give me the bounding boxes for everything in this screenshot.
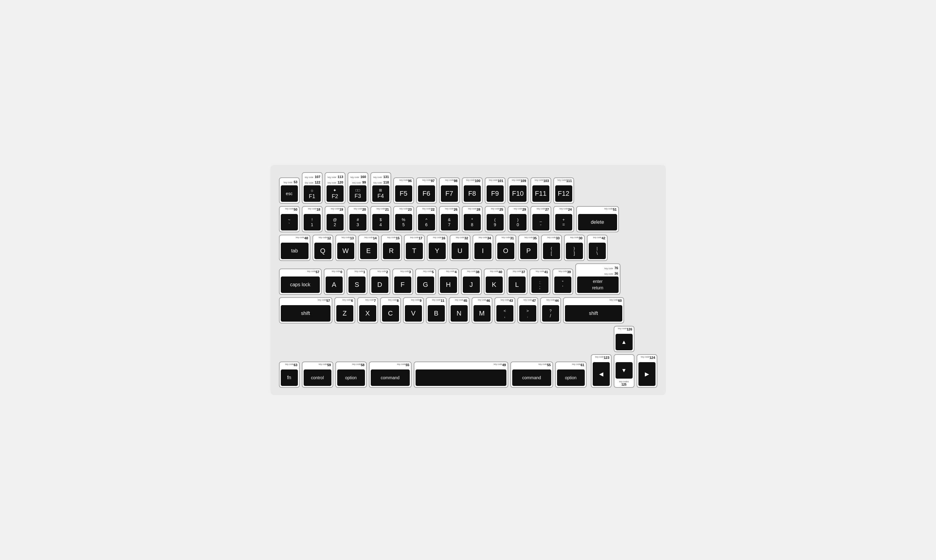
key-v[interactable]: key code 9 V: [403, 297, 424, 323]
key-e[interactable]: key code 14 E: [358, 235, 379, 261]
key-b[interactable]: key code 11 B: [426, 297, 446, 323]
key-z[interactable]: key code 6 Z: [334, 297, 355, 323]
key-period[interactable]: key code 47 >.: [517, 297, 538, 323]
key-f3[interactable]: key code 160 key code 99 □□ F3: [348, 172, 368, 204]
key-capslock[interactable]: key code 57 caps lock: [279, 269, 322, 295]
key-face-g: G: [417, 277, 434, 293]
key-enter[interactable]: key code 76 key code 36 enterreturn: [575, 263, 620, 295]
key-0[interactable]: key code 29 )0: [508, 206, 528, 232]
key-face-fn: fn: [281, 369, 298, 386]
key-f10[interactable]: key code 109 F10: [508, 177, 528, 204]
key-f8[interactable]: key code 100 F8: [462, 177, 483, 204]
key-f1[interactable]: key code 107 key code 122 ☼ F1: [302, 172, 323, 204]
key-face-shift-left: shift: [281, 305, 331, 322]
key-2[interactable]: key code 19 @2: [325, 206, 345, 232]
key-shift-left[interactable]: key code 57 shift: [279, 297, 333, 323]
key-m[interactable]: key code 46 M: [472, 297, 493, 323]
key-8[interactable]: key code 28 *8: [462, 206, 483, 232]
key-4[interactable]: key code 21 $4: [370, 206, 391, 232]
key-face-f7: F7: [441, 185, 458, 202]
key-7[interactable]: key code 26 &7: [439, 206, 460, 232]
key-f9[interactable]: key code 101 F9: [485, 177, 505, 204]
key-face-q: Q: [314, 243, 331, 259]
key-f[interactable]: key code 3 F: [393, 269, 413, 295]
key-c[interactable]: key code 8 C: [380, 297, 401, 323]
key-6[interactable]: key code 22 ^6: [416, 206, 437, 232]
key-backslash[interactable]: key code 42 |\: [587, 235, 608, 261]
key-d[interactable]: key code 2 D: [369, 269, 390, 295]
key-y[interactable]: key code 16 Y: [427, 235, 448, 261]
key-quote[interactable]: key code 39 "': [553, 269, 573, 295]
key-f2[interactable]: key code 113 key code 120 ✦ F2: [325, 172, 345, 204]
key-p[interactable]: key code 35 P: [518, 235, 539, 261]
key-face-tab: tab: [281, 243, 309, 259]
key-face-2: @2: [326, 214, 343, 231]
key-t[interactable]: key code 17 T: [404, 235, 425, 261]
key-face-slash: ?/: [542, 305, 559, 322]
key-s[interactable]: key code 1 S: [346, 269, 367, 295]
key-face-option-left: option: [337, 369, 365, 386]
key-arrow-left[interactable]: key code 123 ◀: [591, 354, 611, 388]
key-option-left[interactable]: key code 58 option: [336, 362, 367, 388]
key-h[interactable]: key code 4 H: [438, 269, 459, 295]
key-i[interactable]: key code 34 I: [473, 235, 493, 261]
key-command-left[interactable]: key code 55 command: [369, 362, 412, 388]
key-arrow-up[interactable]: key code 126 ▲: [614, 326, 634, 352]
zxcv-row: key code 57 shift key code 6 Z key code …: [279, 297, 657, 323]
key-w[interactable]: key code 13 W: [336, 235, 356, 261]
key-5[interactable]: key code 23 %5: [393, 206, 414, 232]
key-face-x: X: [359, 305, 376, 322]
key-command-right[interactable]: key code 55 command: [510, 362, 553, 388]
key-semicolon[interactable]: key code 41 :;: [530, 269, 550, 295]
key-face-command-right: command: [512, 369, 551, 386]
key-face-arrow-right: ▶: [639, 362, 656, 386]
key-face-b: B: [428, 305, 445, 322]
key-shift-right[interactable]: key code 60 shift: [563, 297, 624, 323]
key-a[interactable]: key code 0 A: [324, 269, 345, 295]
key-lbracket[interactable]: key code 33 {[: [541, 235, 562, 261]
key-option-right[interactable]: key code 61 option: [555, 362, 587, 388]
key-face-0: )0: [510, 214, 526, 231]
key-slash[interactable]: key code 44 ?/: [540, 297, 561, 323]
key-u[interactable]: key code 32 U: [450, 235, 470, 261]
key-j[interactable]: key code 38 J: [461, 269, 482, 295]
key-face-f2: ✦ F2: [326, 185, 343, 202]
asdf-row: key code 57 caps lock key code 0 A key c…: [279, 263, 657, 295]
key-3[interactable]: key code 20 #3: [348, 206, 368, 232]
key-f6[interactable]: key code 97 F6: [416, 177, 437, 204]
key-rbracket[interactable]: key code 30 }]: [564, 235, 585, 261]
key-q[interactable]: key code 12 Q: [313, 235, 333, 261]
key-x[interactable]: key code 7 X: [357, 297, 378, 323]
key-codes-label: key codes 125: [614, 380, 634, 387]
key-fn[interactable]: key code 63 fn: [279, 362, 300, 388]
key-arrow-down[interactable]: ▼ key codes 125: [614, 354, 634, 388]
key-arrow-right[interactable]: key code 124 ▶: [637, 354, 657, 388]
key-f4[interactable]: key code 131 key code 118 ⊞ F4: [370, 172, 391, 204]
key-esc[interactable]: key code 53 esc: [279, 177, 300, 204]
key-l[interactable]: key code 37 L: [507, 269, 528, 295]
key-f11[interactable]: key code 103 F11: [531, 177, 551, 204]
key-g[interactable]: key code 5 G: [415, 269, 436, 295]
key-r[interactable]: key code 15 R: [381, 235, 402, 261]
arrow-cluster: key code 126 ▲ key code 123 ◀ ▼ key code…: [591, 326, 657, 388]
key-tab[interactable]: key code 48 tab: [279, 235, 310, 261]
key-f7[interactable]: key code 98 F7: [439, 177, 460, 204]
key-tilde[interactable]: key code 50 ~`: [279, 206, 300, 232]
key-face-f12: F12: [555, 185, 572, 202]
key-face-space: [416, 369, 506, 386]
key-minus[interactable]: key code 27 _-: [531, 206, 551, 232]
key-equals[interactable]: key code 24 +=: [553, 206, 574, 232]
key-k[interactable]: key code 40 K: [484, 269, 505, 295]
key-9[interactable]: key code 25 (9: [485, 206, 505, 232]
key-delete[interactable]: key code 51 delete: [576, 206, 619, 232]
key-control[interactable]: key code 59 control: [302, 362, 333, 388]
key-face-y: Y: [429, 243, 446, 259]
key-o[interactable]: key code 31 O: [496, 235, 516, 261]
key-1[interactable]: key code 18 !1: [302, 206, 323, 232]
key-f12[interactable]: key code 111 F12: [553, 177, 574, 204]
key-space[interactable]: key code 49: [414, 362, 508, 388]
key-comma[interactable]: key code 43 <,: [494, 297, 515, 323]
key-n[interactable]: key code 45 N: [449, 297, 470, 323]
key-f5[interactable]: key code 96 F5: [393, 177, 414, 204]
key-face-t: T: [406, 243, 423, 259]
